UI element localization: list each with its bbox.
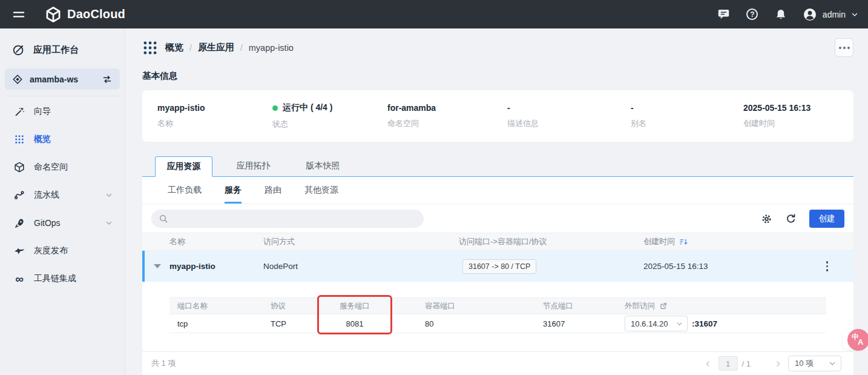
alias-value: - <box>631 103 743 113</box>
app-name: myapp-istio <box>157 103 272 113</box>
chevron-down-icon <box>676 320 683 327</box>
service-name: myapp-istio <box>169 262 263 271</box>
subtab-services[interactable]: 服务 <box>225 177 242 204</box>
total-count: 共 1 项 <box>151 358 176 369</box>
pipeline-icon <box>13 189 25 201</box>
chevron-down-icon <box>829 360 836 367</box>
main-content: 概览 / 原生应用 / myapp-istio 基本信息 myapp-istio… <box>125 28 868 375</box>
cube-icon <box>13 161 25 173</box>
brand-logo[interactable]: DaoCloud <box>45 6 125 23</box>
service-table-row[interactable]: myapp-istio NodePort 31607 -> 80 / TCP 2… <box>142 251 853 282</box>
avatar-icon <box>803 7 817 22</box>
daocloud-logo-icon <box>45 6 62 23</box>
port-table: 端口名称 协议 服务端口 容器端口 节点端口 外部访问 tcp TCP 8081… <box>169 297 826 333</box>
page-total: / 1 <box>742 359 751 368</box>
username: admin <box>823 10 846 19</box>
sidebar-item-wizard[interactable]: 向导 <box>0 98 125 125</box>
tab-version-snapshot[interactable]: 版本快照 <box>294 156 352 176</box>
port-table-row: tcp TCP 8081 80 31607 10.6.14.20 :31607 <box>169 314 826 333</box>
rocket-icon <box>13 217 25 229</box>
status-value: 运行中 ( 4/4 ) <box>283 102 332 113</box>
basic-info-title: 基本信息 <box>142 70 853 82</box>
help-icon[interactable]: ? <box>746 8 759 21</box>
port-mapping-badge: 31607 -> 80 / TCP <box>462 259 536 274</box>
service-row-expansion: 端口名称 协议 服务端口 容器端口 节点端口 外部访问 tcp TCP 8081… <box>142 282 853 333</box>
swap-workspace-icon[interactable] <box>102 74 113 85</box>
chevron-down-icon <box>105 191 113 199</box>
search-input-box[interactable] <box>151 210 424 228</box>
external-port-suffix: :31607 <box>692 319 717 328</box>
sidebar-item-overview[interactable]: 概览 <box>0 125 125 153</box>
bell-icon[interactable] <box>774 8 787 21</box>
subtab-routes[interactable]: 路由 <box>265 177 281 204</box>
sort-descending-icon[interactable] <box>679 237 688 247</box>
brand-name: DaoCloud <box>67 7 125 21</box>
namespace-value: for-amamba <box>387 103 507 113</box>
tab-app-topology[interactable]: 应用拓扑 <box>225 156 282 176</box>
container-port: 80 <box>392 319 536 328</box>
workspace-selector[interactable]: amamba-ws <box>5 68 120 90</box>
sidebar-title: 应用工作台 <box>0 28 125 67</box>
settings-gear-icon[interactable] <box>760 212 773 225</box>
table-footer: 共 1 项 / 1 10 项 <box>142 351 853 375</box>
hamburger-icon <box>12 8 25 21</box>
create-button[interactable]: 创建 <box>809 210 844 228</box>
magic-wand-icon <box>13 105 25 118</box>
subtab-other-resources[interactable]: 其他资源 <box>304 177 338 204</box>
sidebar-item-pipeline[interactable]: 流水线 <box>0 181 125 209</box>
service-port: 8081 <box>317 319 392 328</box>
node-port: 31607 <box>536 319 617 328</box>
service-access-type: NodePort <box>263 262 459 271</box>
tab-app-resources[interactable]: 应用资源 <box>155 156 212 177</box>
search-input[interactable] <box>173 214 416 224</box>
more-actions-button[interactable] <box>835 38 853 57</box>
external-link-icon[interactable] <box>659 302 668 310</box>
subtab-workloads[interactable]: 工作负载 <box>168 177 202 204</box>
port-protocol: TCP <box>263 319 317 328</box>
breadcrumb-current: myapp-istio <box>249 43 294 53</box>
tab-bar: 应用资源 应用拓扑 版本快照 <box>142 156 853 177</box>
bird-icon <box>13 245 25 257</box>
topbar: DaoCloud ? admin <box>0 0 868 28</box>
port-name: tcp <box>169 319 263 328</box>
status-dot <box>272 105 278 111</box>
app-grid-icon[interactable] <box>142 40 158 56</box>
workbench-icon <box>12 43 25 56</box>
workspace-name: amamba-ws <box>30 75 78 84</box>
chevron-down-icon <box>851 11 858 18</box>
breadcrumb: 概览 / 原生应用 / myapp-istio <box>142 38 853 57</box>
external-ip-select[interactable]: 10.6.14.20 <box>625 316 688 331</box>
sidebar-item-namespace[interactable]: 命名空间 <box>0 153 125 181</box>
language-toggle-button[interactable]: 中 A <box>847 329 868 351</box>
sidebar: 应用工作台 amamba-ws 向导 概览 命名空间 流水线 <box>0 28 125 375</box>
sidebar-item-gitops[interactable]: GitOps <box>0 209 125 237</box>
description-value: - <box>507 103 631 113</box>
sidebar-item-toolchain[interactable]: ∞ 工具链集成 <box>0 265 125 293</box>
sidebar-item-gray-release[interactable]: 灰度发布 <box>0 237 125 265</box>
breadcrumb-item[interactable]: 概览 <box>165 42 183 53</box>
sub-tab-bar: 工作负载 服务 路由 其他资源 <box>142 177 853 204</box>
search-icon <box>159 214 168 224</box>
tab-panel: 工作负载 服务 路由 其他资源 创建 <box>142 177 853 375</box>
user-menu[interactable]: admin <box>803 7 858 22</box>
page-size-select[interactable]: 10 项 <box>788 356 841 371</box>
created-value: 2025-05-15 16:13 <box>743 103 853 113</box>
collapse-row-icon[interactable] <box>154 264 161 268</box>
infinity-icon: ∞ <box>13 273 25 285</box>
row-actions-kebab[interactable] <box>824 259 831 274</box>
menu-toggle-button[interactable] <box>8 4 29 25</box>
page-number-input[interactable] <box>718 356 738 371</box>
refresh-icon[interactable] <box>784 212 797 225</box>
chevron-down-icon <box>105 219 113 227</box>
service-table-header: 名称 访问方式 访问端口->容器端口/协议 创建时间 <box>142 233 853 251</box>
prev-page-button[interactable] <box>702 357 714 370</box>
grid-dots-icon <box>13 133 25 145</box>
language-toggle: 中 A <box>841 329 868 351</box>
basic-info-card: myapp-istio名称 运行中 ( 4/4 ) 状态 for-amamba命… <box>142 90 853 142</box>
service-created-time: 2025-05-15 16:13 <box>643 262 801 271</box>
breadcrumb-item[interactable]: 原生应用 <box>198 42 234 53</box>
workspace-icon <box>12 74 23 85</box>
next-page-button[interactable] <box>772 357 784 370</box>
message-icon[interactable] <box>717 8 731 21</box>
